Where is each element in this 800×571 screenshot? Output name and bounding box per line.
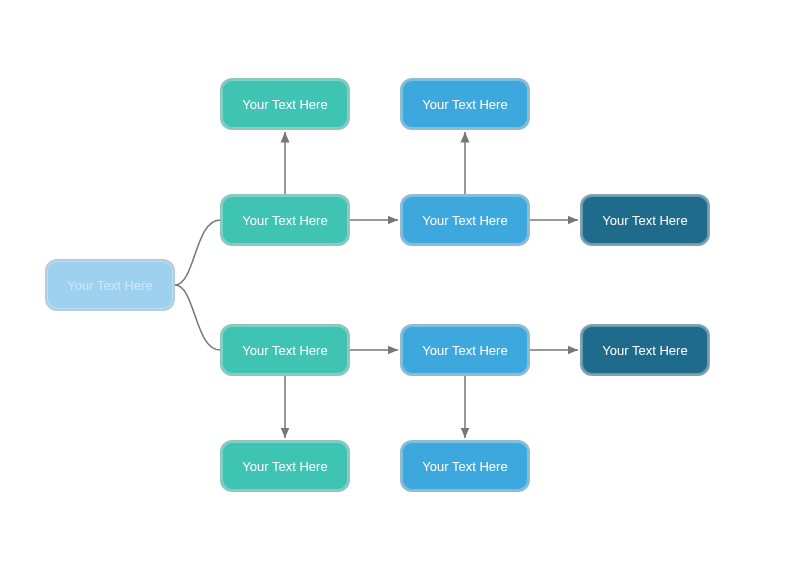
node-label: Your Text Here — [602, 213, 687, 228]
node-label: Your Text Here — [422, 459, 507, 474]
node-label: Your Text Here — [242, 97, 327, 112]
node-upper-sky: Your Text Here — [400, 194, 530, 246]
node-bottom-teal: Your Text Here — [220, 440, 350, 492]
node-label: Your Text Here — [422, 343, 507, 358]
node-label: Your Text Here — [242, 213, 327, 228]
node-lower-teal: Your Text Here — [220, 324, 350, 376]
node-lower-dark: Your Text Here — [580, 324, 710, 376]
node-top-teal: Your Text Here — [220, 78, 350, 130]
node-label: Your Text Here — [242, 459, 327, 474]
node-upper-teal: Your Text Here — [220, 194, 350, 246]
node-label: Your Text Here — [422, 213, 507, 228]
node-label: Your Text Here — [602, 343, 687, 358]
node-label: Your Text Here — [67, 278, 152, 293]
node-upper-dark: Your Text Here — [580, 194, 710, 246]
node-label: Your Text Here — [422, 97, 507, 112]
node-root: Your Text Here — [45, 259, 175, 311]
node-lower-sky: Your Text Here — [400, 324, 530, 376]
node-label: Your Text Here — [242, 343, 327, 358]
node-bottom-sky: Your Text Here — [400, 440, 530, 492]
node-top-sky: Your Text Here — [400, 78, 530, 130]
